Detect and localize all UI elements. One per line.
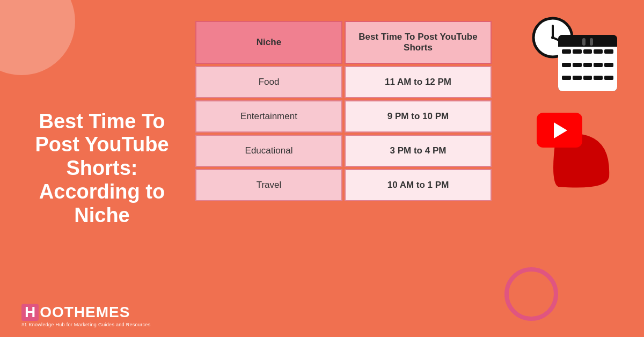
logo-tagline: #1 Knowledge Hub for Marketing Guides an… (21, 322, 150, 327)
yt-play-button (537, 113, 582, 148)
calendar-top (558, 35, 617, 47)
table-row: Educational3 PM to 4 PM (195, 135, 492, 167)
time-cell: 11 AM to 12 PM (345, 66, 492, 98)
logo-row: H OOTHEMES (21, 304, 130, 321)
cal-dot (594, 63, 603, 67)
cal-dot (562, 63, 571, 67)
table-section: Niche Best Time To Post YouTube Shorts F… (193, 19, 494, 203)
cal-dot (583, 63, 592, 67)
cal-dot (604, 63, 613, 67)
table-row: Food11 AM to 12 PM (195, 66, 492, 98)
cal-dot (573, 63, 582, 67)
cal-dot (594, 49, 603, 54)
niche-cell: Educational (195, 135, 342, 167)
calendar-pin-left (582, 38, 586, 46)
cal-dot (562, 49, 571, 54)
cal-dot (604, 76, 613, 80)
cal-dot (583, 49, 592, 54)
clock-calendar-decoration (531, 16, 617, 91)
youtube-shorts-icon (537, 113, 612, 188)
header-time: Best Time To Post YouTube Shorts (345, 21, 492, 64)
logo-area: H OOTHEMES #1 Knowledge Hub for Marketin… (21, 304, 150, 327)
cal-dot (562, 76, 571, 80)
cal-dot (573, 49, 582, 54)
play-triangle (554, 122, 567, 138)
calendar-grid (558, 47, 617, 91)
table-row: Travel10 AM to 1 PM (195, 169, 492, 201)
niche-cell: Food (195, 66, 342, 98)
time-cell: 9 PM to 10 PM (345, 100, 492, 133)
header-niche: Niche (195, 21, 342, 64)
niche-cell: Entertainment (195, 100, 342, 133)
time-cell: 3 PM to 4 PM (345, 135, 492, 167)
calendar-icon (558, 35, 617, 91)
cal-dot (583, 76, 592, 80)
time-cell: 10 AM to 1 PM (345, 169, 492, 201)
cal-dot (604, 49, 613, 54)
calendar-pin-right (590, 38, 593, 46)
left-section: Best Time To Post YouTube Shorts: Accord… (21, 0, 182, 337)
cal-dot (594, 76, 603, 80)
logo-text: OOTHEMES (40, 304, 130, 321)
page-title: Best Time To Post YouTube Shorts: Accord… (21, 110, 182, 227)
niche-cell: Travel (195, 169, 342, 201)
logo-h-box: H (21, 304, 39, 321)
cal-dot (573, 76, 582, 80)
table-row: Entertainment9 PM to 10 PM (195, 100, 492, 133)
niche-time-table: Niche Best Time To Post YouTube Shorts F… (193, 19, 494, 203)
right-section (515, 0, 633, 337)
